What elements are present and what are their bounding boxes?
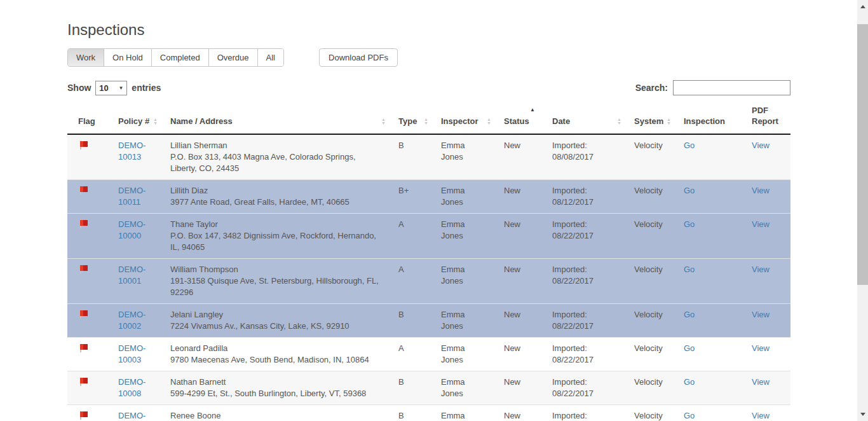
scroll-down-icon [860, 413, 865, 416]
entries-select[interactable]: 10 ▼ [95, 81, 127, 95]
table-row[interactable]: DEMO-10008Nathan Barnett599-4299 Et, St.… [67, 371, 790, 405]
flag-icon[interactable] [78, 376, 88, 387]
flag-cloth [80, 310, 88, 316]
column-label: Flag [78, 116, 95, 126]
flag-icon[interactable] [78, 309, 88, 319]
policy-cell: DEMO-10001 [107, 259, 159, 304]
flag-icon[interactable] [78, 410, 88, 420]
column-header-policy[interactable]: Policy #▲▼ [107, 99, 159, 134]
scroll-up-button[interactable] [857, 1, 868, 12]
flag-cloth [80, 344, 88, 350]
column-header-pdf-report: PDF Report [741, 99, 790, 134]
main-content: Inspections WorkOn HoldCompletedOverdueA… [67, 0, 790, 421]
pdf-view-link[interactable]: View [752, 186, 770, 195]
column-header-date[interactable]: Date▲▼ [541, 99, 623, 134]
download-pdfs-button[interactable]: Download PDFs [319, 48, 398, 67]
date-text: 08/12/2017 [552, 197, 617, 208]
pdf-view-link[interactable]: View [752, 343, 770, 353]
pdf-view-link[interactable]: View [752, 265, 770, 274]
table-row[interactable]: DEMO-Renee BooneBEmma JonesNewImported:V… [67, 405, 790, 421]
type-cell: A [388, 338, 430, 371]
date-cell: Imported:08/22/2017 [541, 214, 623, 259]
scroll-up-icon [860, 5, 865, 8]
policy-prefix: DEMO- [118, 343, 153, 354]
flag-cell [67, 134, 107, 180]
date-label: Imported: [552, 219, 617, 230]
pdf-view-link[interactable]: View [752, 219, 770, 229]
inspection-cell: Go [673, 180, 741, 214]
policy-link[interactable]: DEMO-10011 [118, 185, 153, 208]
tab-all[interactable]: All [258, 49, 283, 66]
column-label: Inspection [684, 116, 725, 126]
column-header-name-address[interactable]: Name / Address▲▼ [159, 99, 388, 134]
tab-work[interactable]: Work [68, 49, 104, 66]
inspector-cell: Emma Jones [430, 259, 493, 304]
flag-icon[interactable] [78, 343, 88, 353]
flag-icon[interactable] [78, 185, 88, 195]
sort-down-icon: ▼ [153, 121, 158, 125]
sort-icon: ▲▼ [617, 118, 621, 125]
inspector-cell: Emma Jones [430, 214, 493, 259]
pdf-view-link[interactable]: View [752, 377, 770, 387]
search-label: Search: [635, 83, 668, 93]
table-row[interactable]: DEMO-10000Thane TaylorP.O. Box 147, 3482… [67, 214, 790, 259]
type-cell: A [388, 259, 430, 304]
pdf-cell: View [741, 405, 790, 421]
inspection-go-link[interactable]: Go [684, 310, 695, 319]
name-address-cell: Lillian ShermanP.O. Box 313, 4403 Magna … [159, 134, 388, 180]
flag-icon[interactable] [78, 140, 88, 150]
inspection-go-link[interactable]: Go [684, 219, 695, 229]
scrollbar-thumb[interactable] [857, 24, 868, 285]
status-cell: New [493, 338, 541, 371]
policy-link[interactable]: DEMO- [118, 410, 153, 421]
vertical-scrollbar[interactable] [857, 0, 868, 421]
column-header-type[interactable]: Type▲▼ [388, 99, 430, 134]
table-body: DEMO-10013Lillian ShermanP.O. Box 313, 4… [67, 134, 790, 421]
tab-overdue[interactable]: Overdue [209, 49, 258, 66]
tab-completed[interactable]: Completed [152, 49, 209, 66]
policy-cell: DEMO-10011 [107, 180, 159, 214]
inspection-cell: Go [673, 214, 741, 259]
pdf-view-link[interactable]: View [752, 411, 770, 420]
sort-icon: ▲▼ [487, 118, 491, 125]
inspection-go-link[interactable]: Go [684, 411, 695, 420]
column-header-inspector[interactable]: Inspector▲▼ [430, 99, 493, 134]
policy-link[interactable]: DEMO-10003 [118, 343, 153, 366]
chevron-down-icon: ▼ [118, 85, 123, 91]
table-row[interactable]: DEMO-10011Lillith Diaz3977 Ante Road, Gr… [67, 180, 790, 214]
table-row[interactable]: DEMO-10013Lillian ShermanP.O. Box 313, 4… [67, 134, 790, 180]
pdf-view-link[interactable]: View [752, 310, 770, 319]
inspection-go-link[interactable]: Go [684, 265, 695, 274]
inspection-go-link[interactable]: Go [684, 186, 695, 195]
column-header-system[interactable]: System▲▼ [623, 99, 673, 134]
policy-prefix: DEMO- [118, 376, 153, 388]
page-title: Inspections [67, 21, 790, 39]
pdf-cell: View [741, 134, 790, 180]
flag-icon[interactable] [78, 219, 88, 229]
system-cell: Velocity [623, 304, 673, 338]
sort-down-icon: ▼ [487, 121, 491, 125]
policy-link[interactable]: DEMO-10000 [118, 219, 153, 242]
table-row[interactable]: DEMO-10002Jelani Langley7224 Vivamus Av.… [67, 304, 790, 338]
name-text: Lillian Sherman [170, 140, 381, 151]
policy-link[interactable]: DEMO-10013 [118, 140, 153, 163]
inspection-go-link[interactable]: Go [684, 343, 695, 353]
policy-link[interactable]: DEMO-10001 [118, 264, 153, 287]
column-header-status[interactable]: Status▲ [493, 99, 541, 134]
table-row[interactable]: DEMO-10001William Thompson191-3158 Quisq… [67, 259, 790, 304]
address-text: 7224 Vivamus Av., Kansas City, Lake, KS,… [170, 321, 381, 332]
search-input[interactable] [673, 80, 790, 95]
pdf-view-link[interactable]: View [752, 141, 770, 150]
inspector-cell: Emma Jones [430, 180, 493, 214]
policy-link[interactable]: DEMO-10008 [118, 376, 153, 399]
policy-link[interactable]: DEMO-10002 [118, 309, 153, 332]
inspection-go-link[interactable]: Go [684, 141, 695, 150]
name-text: Jelani Langley [170, 309, 381, 321]
pdf-cell: View [741, 371, 790, 405]
tab-on-hold[interactable]: On Hold [104, 49, 152, 66]
scroll-down-button[interactable] [857, 409, 868, 420]
policy-cell: DEMO-10000 [107, 214, 159, 259]
table-row[interactable]: DEMO-10003Leonard Padilla9780 Maecenas A… [67, 338, 790, 371]
flag-icon[interactable] [78, 264, 88, 274]
inspection-go-link[interactable]: Go [684, 377, 695, 387]
